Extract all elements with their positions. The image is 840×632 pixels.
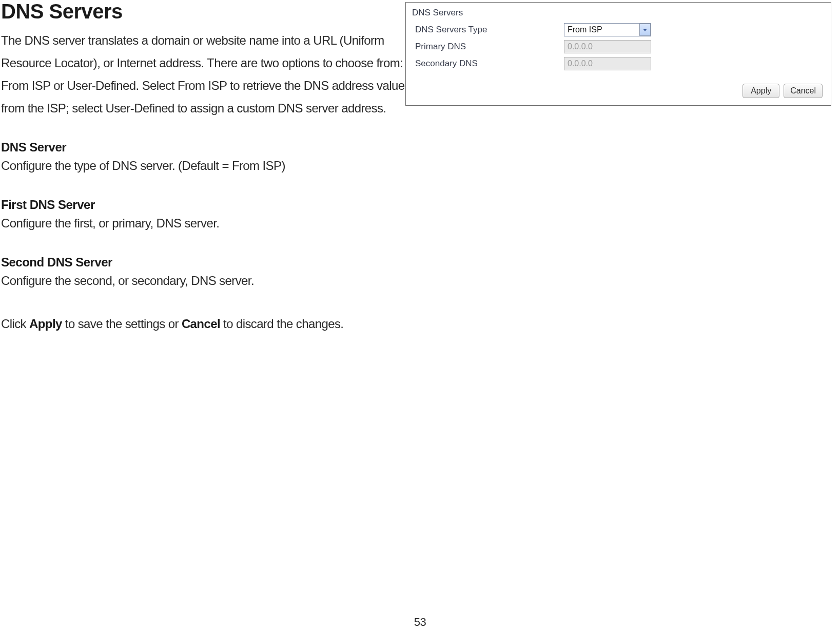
primary-dns-input[interactable]: 0.0.0.0 [564, 40, 651, 53]
final-text-mid: to save the settings or [62, 317, 182, 331]
final-bold-apply: Apply [29, 317, 62, 331]
apply-button[interactable]: Apply [743, 84, 779, 98]
section-heading-second-dns: Second DNS Server [1, 255, 405, 270]
dns-type-value[interactable]: From ISP [564, 23, 651, 36]
section-heading-first-dns: First DNS Server [1, 198, 405, 212]
label-secondary-dns: Secondary DNS [415, 59, 564, 69]
section-body-dns-server: Configure the type of DNS server. (Defau… [1, 155, 405, 177]
final-paragraph: Click Apply to save the settings or Canc… [1, 313, 405, 335]
button-row: Apply Cancel [412, 84, 825, 98]
final-bold-cancel: Cancel [182, 317, 220, 331]
final-text-pre: Click [1, 317, 29, 331]
section-body-first-dns: Configure the first, or primary, DNS ser… [1, 212, 405, 235]
row-primary-dns: Primary DNS 0.0.0.0 [412, 40, 825, 53]
chevron-down-icon[interactable] [639, 24, 651, 36]
panel-title: DNS Servers [412, 8, 825, 18]
cancel-button[interactable]: Cancel [784, 84, 823, 98]
intro-paragraph: The DNS server translates a domain or we… [1, 29, 405, 120]
row-dns-type: DNS Servers Type From ISP [412, 23, 825, 36]
section-heading-dns-server: DNS Server [1, 140, 405, 155]
page-title: DNS Servers [1, 0, 405, 23]
final-text-post: to discard the changes. [220, 317, 343, 331]
label-dns-type: DNS Servers Type [415, 25, 564, 35]
page-number: 53 [414, 616, 426, 629]
row-secondary-dns: Secondary DNS 0.0.0.0 [412, 57, 825, 70]
secondary-dns-input[interactable]: 0.0.0.0 [564, 57, 651, 70]
dns-type-select[interactable]: From ISP [564, 23, 651, 36]
section-body-second-dns: Configure the second, or secondary, DNS … [1, 270, 405, 292]
dns-servers-panel: DNS Servers DNS Servers Type From ISP Pr… [405, 2, 831, 106]
label-primary-dns: Primary DNS [415, 42, 564, 52]
